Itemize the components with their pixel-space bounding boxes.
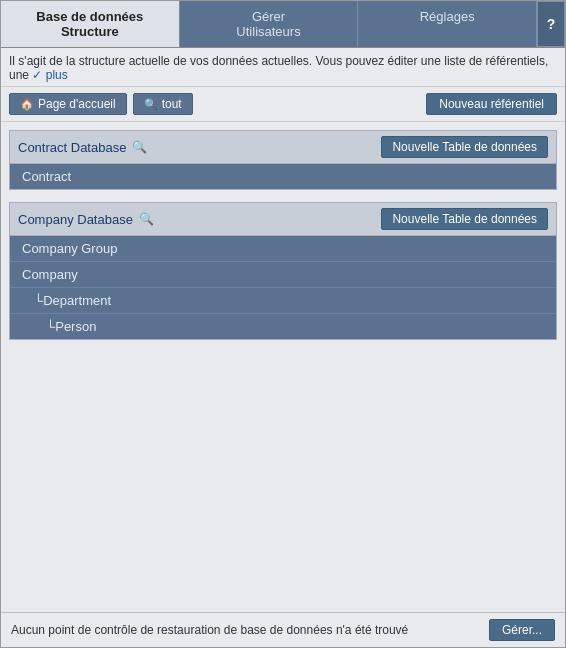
home-icon (20, 97, 34, 111)
contract-table-item[interactable]: Contract (10, 164, 556, 189)
contract-new-table-button[interactable]: Nouvelle Table de données (381, 136, 548, 158)
header-tabs: Base de données Structure Gérer Utilisat… (1, 1, 565, 48)
person-item[interactable]: └Person (10, 314, 556, 339)
home-button[interactable]: Page d'accueil (9, 93, 127, 115)
toolbar: Page d'accueil tout Nouveau référentiel (1, 87, 565, 122)
contract-database-link[interactable]: Contract Database (18, 140, 126, 155)
contract-tables-list: Contract (10, 164, 556, 189)
manage-button[interactable]: Gérer... (489, 619, 555, 641)
footer-text: Aucun point de contrôle de restauration … (11, 623, 408, 637)
info-text: Il s'agit de la structure actuelle de vo… (9, 54, 548, 82)
company-database-section: Company Database 🔍 Nouvelle Table de don… (9, 202, 557, 340)
company-new-table-button[interactable]: Nouvelle Table de données (381, 208, 548, 230)
search-all-button[interactable]: tout (133, 93, 193, 115)
company-db-search-icon[interactable]: 🔍 (139, 212, 154, 226)
info-bar: Il s'agit de la structure actuelle de vo… (1, 48, 565, 87)
contract-db-search-icon[interactable]: 🔍 (132, 140, 147, 154)
footer: Aucun point de contrôle de restauration … (1, 612, 565, 647)
info-more-link[interactable]: ✓ plus (32, 68, 67, 82)
tab-settings[interactable]: Réglages (358, 1, 537, 47)
contract-database-section: Contract Database 🔍 Nouvelle Table de do… (9, 130, 557, 190)
help-button[interactable]: ? (537, 1, 565, 47)
company-database-link[interactable]: Company Database (18, 212, 133, 227)
contract-database-header: Contract Database 🔍 Nouvelle Table de do… (10, 131, 556, 164)
tab-structure[interactable]: Base de données Structure (1, 1, 180, 47)
app-container: Base de données Structure Gérer Utilisat… (0, 0, 566, 648)
new-referentiel-button[interactable]: Nouveau référentiel (426, 93, 557, 115)
company-database-header: Company Database 🔍 Nouvelle Table de don… (10, 203, 556, 236)
tab-users[interactable]: Gérer Utilisateurs (180, 1, 359, 47)
company-group-item[interactable]: Company Group (10, 236, 556, 262)
search-icon (144, 97, 158, 111)
department-item[interactable]: └Department (10, 288, 556, 314)
company-tables-list: Company Group Company └Department └Perso… (10, 236, 556, 339)
main-content: Contract Database 🔍 Nouvelle Table de do… (1, 122, 565, 612)
company-item[interactable]: Company (10, 262, 556, 288)
